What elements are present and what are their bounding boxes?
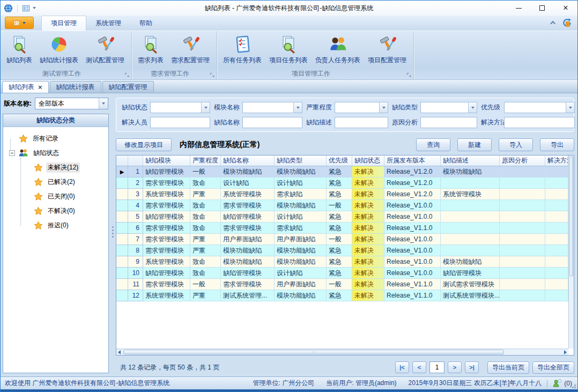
table-cell: 需求管理模块 [143, 245, 190, 256]
doc-tab-2[interactable]: 缺陷配置管理 [102, 81, 154, 93]
window-layout-icon[interactable] [22, 4, 30, 12]
application-menu-button[interactable] [5, 17, 34, 29]
table-row[interactable]: 6需求管理模块致命需求管理模块需求缺陷紧急未解决Release_V1.1.0 [116, 223, 568, 234]
filter-input[interactable] [335, 117, 388, 128]
dialog-launcher-icon[interactable] [406, 72, 412, 78]
tree-item-6[interactable]: 推迟(0) [5, 218, 106, 233]
next-page-button[interactable]: > [448, 361, 462, 373]
export-all-pages-button[interactable]: 导出全部页 [532, 361, 574, 374]
resize-grip-icon[interactable] [574, 387, 576, 388]
filter-dropdown-button[interactable] [201, 102, 210, 113]
column-header-6[interactable]: 所属发布版本 [384, 156, 441, 166]
table-row[interactable]: 8需求管理模块严重模块功能缺陷模块功能缺陷紧急未解决Release_V1.0.0 [116, 245, 568, 256]
column-header-3[interactable]: 缺陷类型 [275, 156, 327, 166]
ribbon-button-0-0[interactable]: 缺陷列表 [3, 33, 36, 66]
doc-tab-0[interactable]: 缺陷列表× [2, 81, 49, 93]
vertical-scrollbar[interactable] [568, 156, 574, 349]
modify-display-items-button[interactable]: 修改显示项目 [116, 138, 172, 151]
first-page-button[interactable]: |< [395, 361, 409, 373]
table-row[interactable]: 9系统管理模块致命模块功能缺陷模块功能缺陷紧急未解决Release_V1.0.0… [116, 256, 568, 268]
column-header-9[interactable]: 解决方法 [545, 156, 568, 166]
action-button-3[interactable]: 导出 [540, 138, 574, 151]
tree-item-5[interactable]: 不解决(0) [5, 204, 106, 218]
tree-item-3[interactable]: 已解决(2) [5, 175, 106, 189]
ribbon-tab-1[interactable]: 系统管理 [86, 16, 130, 31]
filter-select[interactable] [504, 102, 575, 113]
qat-dropdown-arrow-icon[interactable] [33, 7, 36, 9]
last-page-button[interactable]: >| [465, 361, 479, 373]
filter-dropdown-button[interactable] [566, 102, 574, 113]
filter-select[interactable] [242, 102, 302, 113]
filter-select[interactable] [420, 102, 477, 113]
sidebar-splitter[interactable] [111, 93, 115, 376]
ribbon-button-0-2[interactable]: 测试配置管理 [82, 33, 128, 66]
filter-input[interactable] [150, 117, 210, 128]
column-header-1[interactable]: 严重程度 [190, 156, 221, 166]
star-icon [34, 163, 43, 172]
column-header-2[interactable]: 缺陷名称 [221, 156, 275, 166]
tab-close-icon[interactable]: × [38, 84, 42, 91]
table-row[interactable]: 2需求管理模块致命设计缺陷设计缺陷紧急未解决Release_V1.2.0 [116, 177, 568, 189]
doc-tab-1[interactable]: 缺陷统计报表 [50, 81, 101, 93]
table-row[interactable]: 5缺陷管理模块致命缺陷管理模块设计缺陷紧急未解决Release_V1.0.0 [116, 211, 568, 223]
column-header-4[interactable]: 优先级 [327, 156, 352, 166]
column-header-7[interactable]: 缺陷描述 [441, 156, 500, 166]
ribbon-tab-2[interactable]: 帮助 [130, 16, 161, 31]
filter-dropdown-button[interactable] [293, 102, 302, 113]
horizontal-scrollbar-thumb[interactable] [123, 350, 504, 354]
column-header-8[interactable]: 原因分析 [500, 156, 545, 166]
tree-expander-icon[interactable] [9, 150, 15, 156]
table-row[interactable]: 3系统管理模块严重系统管理模块需求缺陷紧急未解决Release_V1.2.0系统… [116, 189, 568, 200]
filter-select[interactable] [150, 102, 210, 113]
version-dropdown-button[interactable] [99, 98, 108, 109]
filter-input[interactable] [420, 117, 477, 128]
tree-item-1[interactable]: 缺陷状态 [5, 146, 106, 160]
ribbon-button-2-2[interactable]: 负责人任务列表 [312, 33, 364, 66]
tree-item-4[interactable]: 已关闭(0) [5, 189, 106, 204]
table-row[interactable]: 4需求管理模块致命需求管理模块模块功能缺陷一般未解决Release_V1.0.0 [116, 200, 568, 211]
horizontal-scrollbar[interactable] [116, 349, 568, 355]
table-cell [545, 234, 568, 245]
ribbon-collapse-icon[interactable] [550, 21, 555, 26]
column-header-0[interactable]: 缺陷模块 [143, 156, 190, 166]
ribbon-button-1-1[interactable]: 需求配置管理 [167, 33, 213, 66]
dialog-launcher-icon[interactable] [124, 72, 130, 78]
table-row[interactable]: 7需求管理模块严重用户界面缺陷用户界面缺陷一般未解决Release_V1.0.0 [116, 234, 568, 245]
action-button-0[interactable]: 查询 [416, 138, 450, 151]
ribbon-tab-0[interactable]: 项目管理 [41, 16, 86, 31]
maximize-button[interactable] [530, 1, 554, 16]
table-row[interactable]: 11需求管理模块一般需求管理模块用户界面缺陷一般未解决Release_V1.1.… [116, 279, 568, 290]
tree-item-0[interactable]: 所有记录 [5, 131, 106, 146]
scroll-right-icon[interactable] [564, 350, 567, 354]
filter-dropdown-button[interactable] [468, 102, 477, 113]
ribbon-button-2-1[interactable]: 项目任务列表 [265, 33, 312, 66]
dialog-launcher-icon[interactable] [210, 72, 215, 78]
close-button[interactable]: × [554, 1, 577, 16]
table-row[interactable]: 12系统管理模块严重测试系统管理...模块功能缺陷紧急未解决Release_V1… [116, 290, 568, 301]
table-row[interactable]: ▶1缺陷管理模块一般模块功能缺陷模块功能缺陷紧急未解决Release_V1.2.… [116, 166, 568, 177]
prev-page-button[interactable]: < [412, 361, 426, 373]
table-row[interactable]: 10缺陷管理模块致命缺陷管理模块设计缺陷紧急未解决Release_V1.0.0缺… [116, 268, 568, 279]
page-number-input[interactable]: 1 [429, 361, 444, 373]
action-button-1[interactable]: 新建 [457, 138, 492, 151]
ribbon-button-2-3[interactable]: 项目配置管理 [364, 33, 410, 66]
table-cell: Release_V1.0.0 [384, 256, 441, 268]
column-header-5[interactable]: 缺陷状态 [352, 156, 384, 166]
tree-item-2[interactable]: 未解决(12) [5, 160, 106, 175]
filter-input[interactable] [504, 117, 575, 128]
ribbon-button-1-0[interactable]: 需求列表 [134, 33, 167, 66]
filter-select[interactable] [335, 102, 388, 113]
action-button-2[interactable]: 导入 [499, 138, 533, 151]
scroll-left-icon[interactable] [118, 350, 121, 354]
online-users[interactable]: (0) [553, 379, 572, 387]
version-combobox[interactable]: 全部版本 [35, 98, 108, 109]
ribbon-button-2-0[interactable]: 所有任务列表 [219, 33, 265, 66]
vertical-scrollbar-thumb[interactable] [569, 157, 573, 276]
people-icon [18, 148, 28, 158]
minimize-button[interactable] [507, 1, 530, 16]
export-current-page-button[interactable]: 导出当前页 [487, 361, 529, 374]
filter-input[interactable] [242, 117, 302, 128]
ribbon-button-0-1[interactable]: 缺陷统计报表 [36, 33, 82, 66]
help-icon[interactable] [562, 18, 572, 28]
filter-dropdown-button[interactable] [379, 102, 388, 113]
